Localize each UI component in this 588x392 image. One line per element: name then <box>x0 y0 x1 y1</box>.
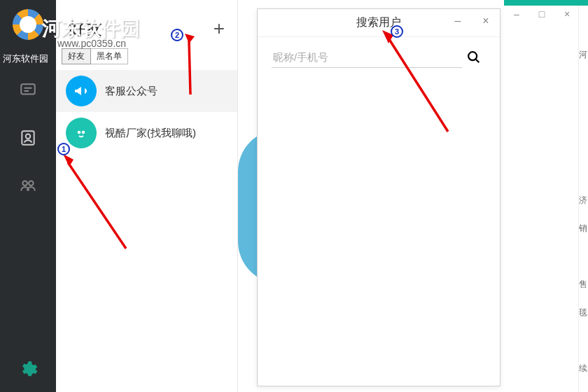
right-crop-strip: 河 济 销 售 毯 续 <box>578 0 588 392</box>
logo-area <box>0 0 56 49</box>
contact-item[interactable]: 视酷厂家(找我聊哦) <box>56 112 237 154</box>
search-titlebar: 搜索用户 – × <box>258 9 500 37</box>
svg-point-3 <box>22 181 27 186</box>
settings-area <box>0 360 56 379</box>
search-icon[interactable] <box>462 50 486 65</box>
crop-char: 续 <box>579 363 587 374</box>
main-window-controls: – □ × <box>504 4 588 24</box>
svg-rect-1 <box>22 131 34 145</box>
minimize-button[interactable]: – <box>504 4 529 24</box>
friends-header: 好友 + <box>56 0 237 47</box>
friends-panel: 好友 + 好友 黑名单 客服公众号 视酷厂家(找我聊哦) <box>56 0 238 392</box>
svg-point-4 <box>29 181 34 186</box>
tab-blacklist[interactable]: 黑名单 <box>91 48 128 64</box>
svg-point-5 <box>78 132 80 134</box>
friends-title: 好友 <box>69 18 102 40</box>
face-icon <box>66 118 97 148</box>
svg-point-7 <box>468 52 477 60</box>
maximize-button[interactable]: □ <box>529 4 554 24</box>
contact-name: 客服公众号 <box>105 85 158 98</box>
contact-list: 客服公众号 视酷厂家(找我聊哦) <box>56 70 237 154</box>
chat-icon[interactable] <box>18 80 38 100</box>
site-name-label: 河东软件园 <box>3 52 48 65</box>
gear-icon[interactable] <box>18 360 38 379</box>
crop-char: 济 <box>579 195 587 206</box>
add-friend-button[interactable]: + <box>214 19 225 38</box>
teal-header-fragment <box>504 0 588 6</box>
app-sidebar: 河东软件园 <box>0 0 56 392</box>
friend-tabs: 好友 黑名单 <box>56 48 237 64</box>
contact-name: 视酷厂家(找我聊哦) <box>105 127 196 140</box>
dialog-window-controls: – × <box>444 9 500 33</box>
dialog-close-button[interactable]: × <box>472 9 500 33</box>
search-input-row <box>258 37 500 68</box>
dialog-minimize-button[interactable]: – <box>444 9 472 33</box>
close-button[interactable]: × <box>554 4 580 24</box>
groups-icon[interactable] <box>18 176 38 195</box>
svg-point-2 <box>26 134 31 139</box>
svg-point-6 <box>83 132 85 134</box>
crop-char: 销 <box>579 223 587 234</box>
search-dialog-title: 搜索用户 <box>356 15 401 30</box>
crop-char: 河 <box>579 49 587 61</box>
megaphone-icon <box>66 76 97 106</box>
search-user-dialog: 搜索用户 – × <box>257 8 500 386</box>
tab-friends[interactable]: 好友 <box>62 48 91 64</box>
crop-char: 售 <box>579 279 587 290</box>
logo-icon <box>13 9 43 40</box>
sidebar-nav <box>0 80 56 195</box>
crop-char: 毯 <box>579 307 587 318</box>
svg-rect-0 <box>21 84 35 94</box>
contact-item[interactable]: 客服公众号 <box>56 70 237 112</box>
search-input[interactable] <box>272 47 462 68</box>
contacts-icon[interactable] <box>18 128 38 148</box>
